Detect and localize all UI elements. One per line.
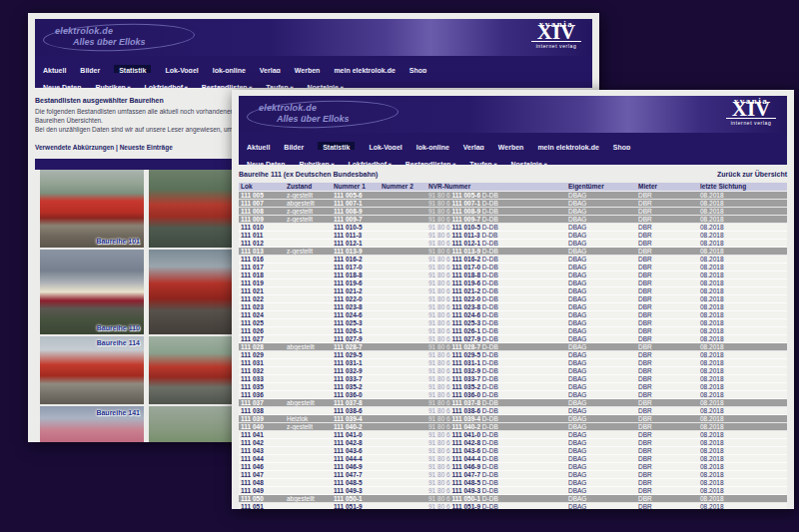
cell-zustand [285,503,332,509]
nav-item-neue-daten[interactable]: Neue Daten [247,161,286,165]
cell-lok: 111 017 [239,264,285,270]
table-row-111-008: 111 008z-gestellt111 008-991 80 6 111 00… [239,208,787,216]
cell-nvr-nummer: 91 80 6 111 024-6 D-DB [426,311,566,318]
cell-zustand [285,487,332,494]
cell-nvr-nummer: 91 80 6 111 029-5 D-DB [426,351,566,358]
desktop-background: elektrolok.deAlles über ElloksxvaniaXIVi… [0,0,799,532]
cell-eigentuemer: DBAG [566,471,636,478]
nav-item-bestandlisten[interactable]: Bestandlisten ▾ [405,161,456,165]
nav-item-aktuell[interactable]: Aktuell [43,67,66,73]
cell-letzte-sichtung: 08.2018 [698,487,787,494]
cell-eigentuemer: DBAG [566,423,636,430]
cell-nummer1: 111 021-2 [332,287,380,294]
cell-letzte-sichtung: 08.2018 [698,335,787,342]
cell-nummer2 [380,431,426,438]
nav-item-mein-elektrolok-de[interactable]: mein elektrolok.de [334,67,395,73]
cell-nummer1: 111 033-7 [332,375,380,382]
nvr-prefix: 91 80 6 [428,415,452,422]
cell-mieter: DBR [636,399,698,406]
nav-item-rubriken[interactable]: Rubriken ▾ [96,84,131,88]
site-logo[interactable]: elektrolok.deAlles über Elloks [43,23,203,52]
locomotive-photo-baureihe-114[interactable]: Baureihe 114 [40,336,144,404]
cell-letzte-sichtung: 08.2018 [698,439,787,446]
nav-item-lok-online[interactable]: lok-online [416,144,449,150]
nvr-prefix: 91 80 6 [428,256,452,263]
nav-item-rubriken[interactable]: Rubriken ▾ [300,161,335,165]
publisher-tagline: internet verlag [531,41,581,49]
cell-letzte-sichtung: 08.2018 [698,407,787,414]
nav-item-shop[interactable]: Shop [613,144,631,150]
nvr-suffix: D-DB [480,367,498,374]
locomotive-photo-baureihe-101[interactable]: Baureihe 101 [40,170,144,248]
nav-item-verlag[interactable]: Verlag [463,144,484,150]
nav-item-bestandlisten[interactable]: Bestandlisten ▾ [202,84,253,88]
table-row-111-025: 111 025111 025-391 80 6 111 025-3 D-DBDB… [239,319,787,327]
table-row-111-026: 111 026111 026-191 80 6 111 026-1 D-DBDB… [239,327,787,335]
table-row-111-033: 111 033111 033-791 80 6 111 033-7 D-DBDB… [239,375,787,383]
site-logo[interactable]: elektrolok.deAlles über Elloks [247,100,406,129]
cell-eigentuemer: DBAG [566,383,636,390]
cell-zustand [285,463,332,470]
nvr-suffix: D-DB [480,271,498,278]
nvr-prefix: 91 80 6 [428,335,452,342]
cell-nummer2 [380,415,426,422]
nav-item-taufen[interactable]: Taufen ▾ [469,161,496,165]
cell-zustand [285,479,332,486]
nvr-suffix: D-DB [480,431,498,438]
cell-eigentuemer: DBAG [566,439,636,446]
link-verwendete-abkuerzungen[interactable]: Verwendete Abkürzungen [35,144,114,151]
nvr-number: 111 008-9 [452,208,481,215]
site-logo-subtitle: Alles über Elloks [277,114,350,124]
nav-item-bilder[interactable]: Bilder [80,67,100,73]
nav-item-verlag[interactable]: Verlag [260,67,281,73]
nvr-suffix: D-DB [480,192,498,199]
nvr-number: 111 044-4 [452,455,481,462]
cell-lok: 111 021 [239,287,285,294]
table-row-111-011: 111 011111 011-391 80 6 111 011-3 D-DBDB… [239,232,787,240]
nav-item-bilder[interactable]: Bilder [284,144,304,150]
locomotive-photo-baureihe-110[interactable]: Baureihe 110 [40,250,144,334]
cell-nummer1: 111 051-9 [332,503,380,509]
front-window: elektrolok.deAlles über ElloksxvaniaXIVi… [232,90,794,509]
cell-letzte-sichtung: 08.2018 [698,192,787,199]
back-to-overview-link[interactable]: Zurück zur Übersicht [717,171,787,178]
nvr-number: 111 025-3 [452,319,481,326]
nav-item-lok-vogel[interactable]: Lok-Vogel [369,144,401,150]
chevron-down-icon: ▾ [126,85,131,88]
nvr-suffix: D-DB [480,240,498,247]
nav-item-nostalgie[interactable]: Nostalgie ▾ [510,161,546,165]
nav-item-werben[interactable]: Werben [295,67,321,73]
cell-lok: 111 042 [239,439,285,446]
nav-item-taufen[interactable]: Taufen ▾ [266,84,293,88]
cell-eigentuemer: DBAG [566,399,636,406]
nav-item-mein-elektrolok-de[interactable]: mein elektrolok.de [537,144,598,150]
nvr-suffix: D-DB [480,287,498,294]
cell-zustand [285,367,332,374]
nav-item-statistik[interactable]: Statistik [114,65,151,73]
nvr-suffix: D-DB [480,311,498,318]
cell-nummer2 [380,319,426,326]
nav-item-lokfriedhof[interactable]: Lokfriedhof ▾ [349,161,392,165]
cell-nummer1: 111 018-8 [332,271,380,278]
nav-item-lok-online[interactable]: lok-online [213,67,246,73]
nvr-suffix: D-DB [480,391,498,398]
table-row-111-036: 111 036111 036-091 80 6 111 036-0 D-DBDB… [239,391,787,399]
cell-zustand [285,471,332,478]
nvr-suffix: D-DB [480,455,498,462]
nav-item-lok-vogel[interactable]: Lok-Vogel [165,67,198,73]
nav-item-aktuell[interactable]: Aktuell [247,144,270,150]
nav-item-nostalgie[interactable]: Nostalgie ▾ [307,84,343,88]
cell-letzte-sichtung: 08.2018 [698,479,787,486]
nvr-number: 111 013-9 [452,248,481,255]
nvr-prefix: 91 80 6 [428,407,452,414]
site-logo-title: elektrolok.de [55,26,113,36]
nav-item-neue-daten[interactable]: Neue Daten [43,84,82,88]
table-row-111-031: 111 031111 031-191 80 6 111 031-1 D-DBDB… [239,359,787,367]
nav-item-shop[interactable]: Shop [409,67,427,73]
cell-eigentuemer: DBAG [566,319,636,326]
nav-item-lokfriedhof[interactable]: Lokfriedhof ▾ [145,84,188,88]
nav-item-statistik[interactable]: Statistik [318,142,355,150]
nav-item-werben[interactable]: Werben [498,144,524,150]
link-neueste-eintraege[interactable]: Neueste Einträge [120,144,173,151]
locomotive-photo-baureihe-141[interactable]: Baureihe 141 [40,406,144,442]
